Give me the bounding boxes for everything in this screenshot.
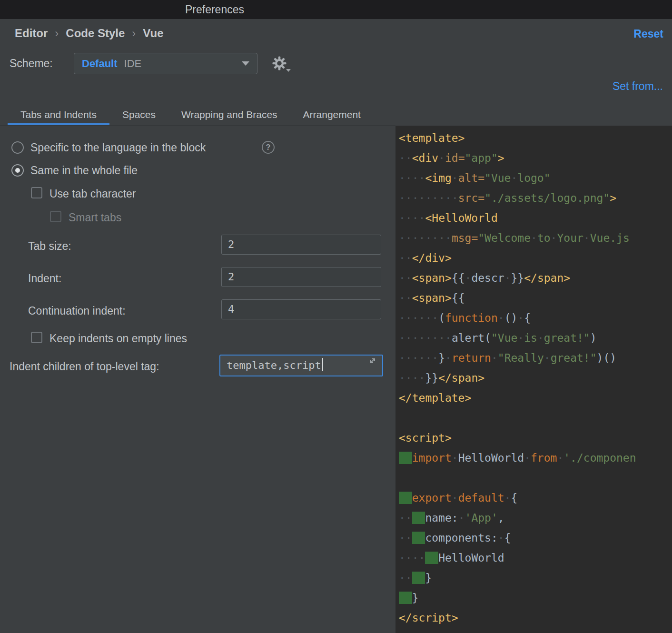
radio-same-in-whole-file[interactable] [11,164,24,177]
code-line: ······(function·()·{ [399,308,672,328]
code-line: ········alert("Vue·is·great!") [399,328,672,348]
tab-size-label: Tab size: [28,240,71,253]
scheme-label: Scheme: [10,57,53,70]
code-line: ···· HelloWorld [399,548,672,568]
code-line: ····}}</span> [399,368,672,388]
tab-arrangement[interactable]: Arrangement [290,106,374,125]
code-line: ·· name:·'App', [399,508,672,528]
radio-specific-to-language[interactable] [11,141,24,154]
code-line: ·· } [399,568,672,588]
radio-specific-to-language-label: Specific to the language in the block [30,141,206,154]
code-line: ······}·return·"Really·great!")() [399,348,672,368]
gear-dropdown-caret-icon [286,69,291,72]
code-line [399,468,672,488]
gear-icon [272,64,287,72]
radio-same-in-whole-file-label: Same in the whole file [30,164,138,177]
code-line: </template> [399,388,672,408]
code-line: ··</div> [399,248,672,268]
checkbox-use-tab-character[interactable] [31,187,42,198]
tab-wrapping-and-braces[interactable]: Wrapping and Braces [168,106,290,125]
window-titlebar: Preferences [0,0,672,19]
code-line: } [399,588,672,608]
code-line [399,408,672,428]
code-line: ·· components:·{ [399,528,672,548]
checkbox-smart-tabs-label: Smart tabs [69,211,121,224]
tab-spaces[interactable]: Spaces [109,106,168,125]
code-line: ····<HelloWorld [399,208,672,228]
checkbox-smart-tabs[interactable] [50,211,61,222]
breadcrumb-vue: Vue [143,27,163,40]
indent-children-value: template,script [227,359,321,371]
code-line: <script> [399,428,672,448]
code-line: ··<span>{{ [399,288,672,308]
code-line: ·········src="./assets/logo.png"> [399,188,672,208]
tab-size-input[interactable]: 2 [221,235,381,255]
breadcrumb-code-style[interactable]: Code Style [66,27,125,40]
continuation-indent-input[interactable]: 4 [221,299,381,319]
scheme-dropdown[interactable]: Default IDE [74,53,257,74]
code-line: ··<span>{{·descr·}}</span> [399,268,672,288]
indent-children-label: Indent children of top-level tag: [10,360,159,373]
reset-link[interactable]: Reset [633,28,663,40]
code-line: ··<div·id="app"> [399,148,672,168]
continuation-indent-label: Continuation indent: [28,305,126,317]
code-line: ········msg="Welcome·to·Your·Vue.js [399,228,672,248]
code-line: </script> [399,608,672,628]
set-from-link[interactable]: Set from... [613,80,663,93]
scheme-value-secondary: IDE [124,58,142,70]
indent-children-input[interactable]: template,script [219,355,383,376]
code-preview: <template>··<div·id="app">····<img·alt="… [395,126,672,633]
breadcrumb: Editor › Code Style › Vue [15,27,163,40]
indent-label: Indent: [28,272,61,285]
code-line: export·default·{ [399,488,672,508]
checkbox-use-tab-character-label: Use tab character [49,188,136,200]
dropdown-caret-icon [242,61,249,66]
breadcrumb-editor[interactable]: Editor [15,27,48,40]
scheme-settings-button[interactable] [272,56,292,74]
checkbox-keep-indents[interactable] [31,332,42,343]
help-icon[interactable]: ? [262,141,275,154]
expand-editor-icon[interactable] [368,355,377,372]
window-title: Preferences [185,0,244,19]
code-line: ····<img·alt="Vue·logo" [399,168,672,188]
scheme-value-primary: Default [82,58,118,70]
indent-input[interactable]: 2 [221,267,381,287]
code-line: import·HelloWorld·from·'./componen [399,448,672,468]
text-cursor [322,358,323,371]
code-style-tabs: Tabs and Indents Spaces Wrapping and Bra… [0,106,395,126]
preferences-window: Preferences Editor › Code Style › Vue Re… [0,0,672,633]
breadcrumb-separator-icon: › [55,27,59,40]
tab-tabs-and-indents[interactable]: Tabs and Indents [8,106,109,125]
code-line: <template> [399,128,672,148]
checkbox-keep-indents-label: Keep indents on empty lines [49,332,187,345]
breadcrumb-separator-icon: › [132,27,136,40]
